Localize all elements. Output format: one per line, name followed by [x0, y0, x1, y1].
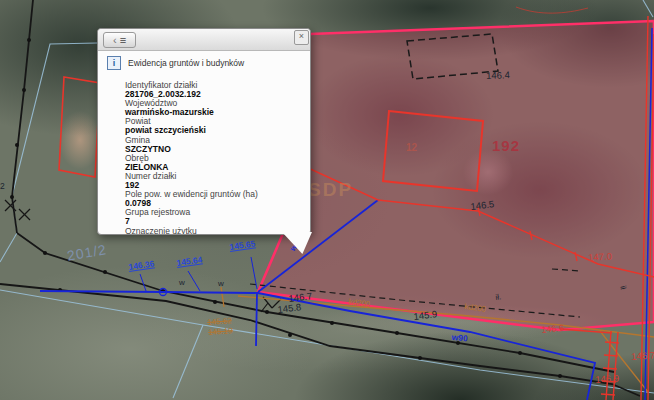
- field-label: Oznaczenie użytku: [125, 227, 304, 236]
- field-label: Grupa rejestrowa: [125, 208, 304, 217]
- list-icon: ≡: [120, 35, 126, 45]
- parcel-info-popup: ‹ ≡ × i Ewidencja gruntów i budynków Ide…: [97, 28, 311, 235]
- popup-title-row: i Ewidencja gruntów i budynków: [107, 56, 244, 70]
- info-icon: i: [107, 56, 121, 70]
- field-label: Numer działki: [125, 172, 304, 181]
- survey-cross-marks: [5, 200, 30, 220]
- geoportal-map-view: 145.65146.36145.64w90w90ww146.4146.5146.…: [0, 0, 654, 400]
- popup-header: ‹ ≡ ×: [98, 29, 310, 51]
- field-value: powiat szczycieński: [125, 126, 304, 135]
- parcel-attribute-list: Identyfikator działki281706_2.0032.192Wo…: [125, 81, 304, 235]
- popup-title: Ewidencja gruntów i budynków: [128, 56, 244, 68]
- field-label: Pole pow. w ewidencji gruntów (ha): [125, 190, 304, 199]
- popup-back-list-button[interactable]: ‹ ≡: [103, 32, 136, 48]
- back-chevron-icon: ‹: [113, 35, 117, 45]
- selected-parcel-192[interactable]: [258, 21, 654, 330]
- close-icon[interactable]: ×: [294, 30, 309, 45]
- field-value: warmińsko-mazurskie: [125, 108, 304, 117]
- field-value: SZCZYTNO: [125, 145, 304, 154]
